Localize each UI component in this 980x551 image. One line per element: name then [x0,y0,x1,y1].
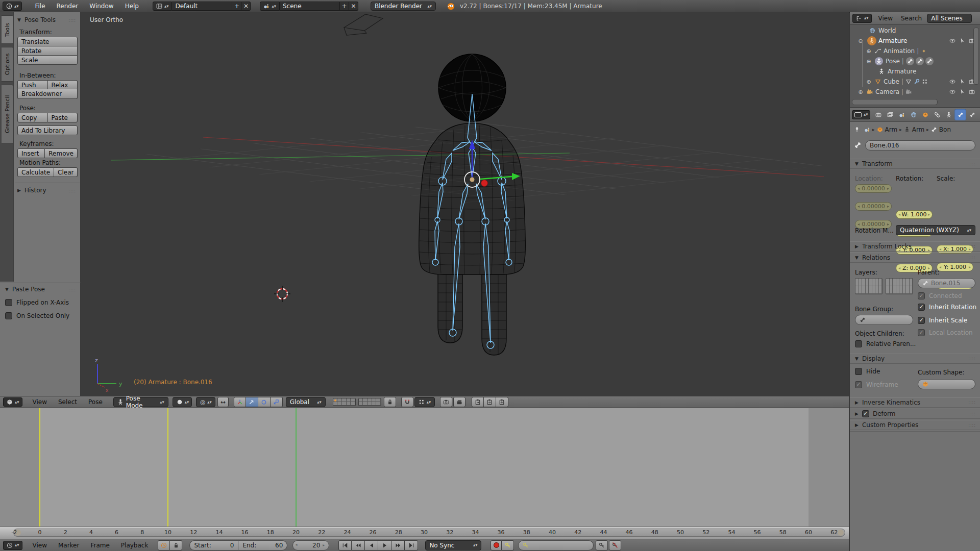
preview-range-toggle[interactable] [158,540,170,550]
camera-object-wireframe[interactable] [344,14,383,35]
screen-layout-selector-button[interactable]: ▲▼ [153,2,172,11]
scene-name-field[interactable]: Scene [280,2,340,11]
transform-orientation-dropdown[interactable]: Global ▲▼ [286,397,326,407]
snap-element-dropdown[interactable]: ▲▼ [414,397,435,407]
object-breadcrumb-icon[interactable] [877,127,883,133]
current-frame-line[interactable] [296,408,297,527]
checkbox-unchecked[interactable]: ✓ [5,312,12,319]
translate-manipulator-button[interactable] [246,397,258,407]
display-panel-header[interactable]: ▼ Display :::: [850,354,980,364]
insert-keyframe-button[interactable]: Insert [17,148,45,158]
breadcrumb-bone-label[interactable]: Bon [939,126,951,133]
panel-grip-icon[interactable]: :::: [68,18,76,23]
auto-keyframe-mode-button[interactable] [502,540,514,550]
manipulator-x-axis-handle[interactable] [481,180,488,187]
bone-layers-grid-2[interactable] [886,278,913,294]
panel-grip-icon[interactable]: :::: [68,189,76,193]
editor-type-info-button[interactable]: ▲▼ [3,2,22,11]
viewport-layer-cell[interactable] [337,398,342,402]
relative-parenting-option[interactable]: ✓ Relative Paren... [855,340,916,347]
play-reverse-button[interactable] [365,540,378,550]
jump-to-end-button[interactable] [405,540,418,550]
tab-world[interactable] [908,109,919,120]
push-button[interactable]: Push [17,80,48,90]
on-selected-only-option[interactable]: ✓ On Selected Only [5,312,69,319]
add-scene-button[interactable]: + [340,2,349,11]
menu-playback[interactable]: Playback [115,539,154,551]
custom-shape-field[interactable] [918,379,975,389]
viewport-layer-cell[interactable] [342,402,347,406]
menu-file[interactable]: File [29,0,51,12]
paste-pose-panel-header[interactable]: ▼ Paste Pose [5,286,45,293]
stepper-right-icon[interactable]: ▸ [323,543,325,547]
viewport-shading-dropdown[interactable]: ▲▼ [173,397,192,407]
timeline-track-area[interactable] [0,408,849,527]
tab-options[interactable]: Options [2,47,14,82]
history-panel-header[interactable]: ▶ History [17,187,46,194]
outliner-vertical-scrollbar[interactable] [973,28,979,85]
checkbox-checked[interactable]: ✓ [918,317,925,324]
scene-breadcrumb-icon[interactable] [864,127,870,133]
auto-keyframe-record-toggle[interactable] [491,540,502,550]
viewport-layer-cell[interactable] [363,402,368,406]
outliner-row-animation[interactable]: ⊕ Animation | [850,46,980,56]
menu-help[interactable]: Help [119,0,144,12]
lock-to-scene-toggle[interactable] [384,397,396,407]
viewport-layer-grid[interactable] [358,398,381,406]
bone-breadcrumb-icon[interactable] [931,127,937,133]
visibility-eye-icon[interactable] [949,79,955,85]
viewport-layer-cell[interactable] [359,402,363,406]
current-frame-field[interactable]: ◂ 20 ▸ [292,540,329,550]
pivot-point-dropdown[interactable]: ◎ ▲▼ [196,397,215,407]
outliner-filter-dropdown[interactable]: All Scenes [927,14,972,23]
remove-keyframe-button[interactable]: Remove [45,148,78,158]
figure-right-leg[interactable] [482,274,506,355]
editor-type-timeline-button[interactable]: ▲▼ [3,541,22,550]
tab-render[interactable] [872,109,884,120]
figure-left-leg[interactable] [438,274,462,343]
visibility-eye-icon[interactable] [949,89,955,95]
manipulate-center-points-toggle[interactable]: ↔ [217,397,229,407]
delete-screen-layout-button[interactable]: ✕ [241,2,251,11]
opengl-render-button[interactable] [440,397,452,407]
translate-button[interactable]: Translate [17,37,78,46]
menu-view[interactable]: View [27,396,52,408]
viewport-layer-cell[interactable] [351,402,355,406]
tab-object[interactable] [919,109,931,120]
bone-layer-cell[interactable] [910,279,913,286]
keyframe-line[interactable] [39,408,40,527]
outliner-row-pose[interactable]: ⊕ Pose | [850,56,980,66]
prev-keyframe-button[interactable] [352,540,365,550]
render-engine-dropdown[interactable]: Blender Render ▲▼ [371,2,436,11]
expand-icon[interactable]: ⊕ [865,79,872,85]
editor-type-outliner-button[interactable]: ▲▼ [852,14,872,23]
viewport-layer-cell[interactable] [368,402,372,406]
snap-toggle[interactable] [401,397,413,407]
panel-grip-icon[interactable]: :::: [968,244,976,249]
expand-icon[interactable]: ⊕ [865,48,872,55]
outliner-row-cube[interactable]: ⊕ Cube | [850,77,980,87]
bone-layer-cell[interactable] [910,286,913,294]
breadcrumb-armature-label[interactable]: Arm [912,126,925,133]
inherit-scale-option[interactable]: ✓ Inherit Scale [918,317,967,324]
delete-scene-button[interactable]: ✕ [349,2,358,11]
rotation-mode-dropdown[interactable]: Quaternion (WXYZ) ▲▼ [896,225,975,235]
calculate-paths-button[interactable]: Calculate [17,167,54,177]
copy-pose-button[interactable]: Copy [17,113,48,122]
pin-icon[interactable] [854,127,860,133]
hide-option[interactable]: ✓ Hide [855,368,880,375]
screen-layout-name-field[interactable]: Default [172,2,232,11]
viewport-layer-cell[interactable] [376,398,381,402]
breadcrumb-object-label[interactable]: Arm [885,126,898,133]
3d-viewport-canvas[interactable]: z y x [81,12,849,396]
timeline-ruler[interactable]: -202468101214161820222426283032343638404… [0,527,849,539]
play-button[interactable] [378,540,391,550]
menu-select[interactable]: Select [53,396,83,408]
location-x-field[interactable]: ◂0.00000▸ [855,184,892,193]
menu-pose[interactable]: Pose [83,396,108,408]
outliner-horizontal-scrollbar[interactable] [852,99,938,105]
editor-type-properties-button[interactable]: ▲▼ [852,110,870,119]
deform-panel-header[interactable]: ▶ ✓ Deform :::: [850,409,980,419]
flipped-x-axis-option[interactable]: ✓ Flipped on X-Axis [5,299,69,306]
panel-grip-icon[interactable]: :::: [968,400,976,405]
